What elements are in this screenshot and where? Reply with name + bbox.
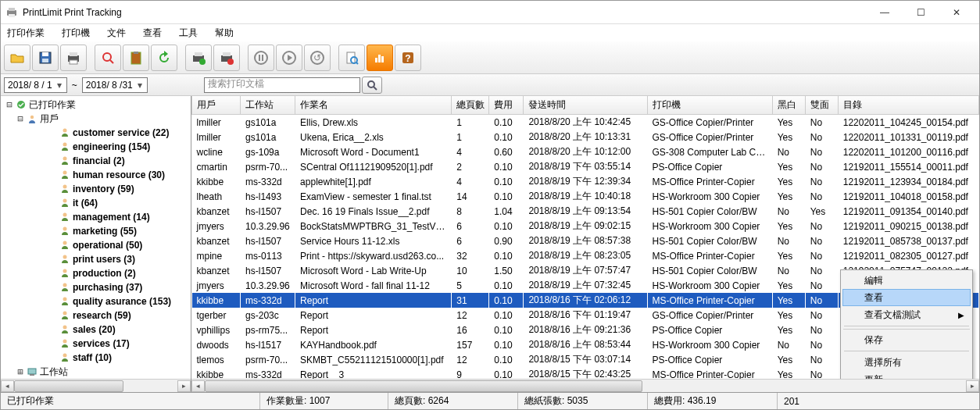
svg-line-34 [374,87,377,90]
search-button[interactable] [362,77,382,94]
tree-user-8[interactable]: operational (50) [4,238,191,252]
tree-users[interactable]: ⊟用戶 [4,112,191,126]
table-row[interactable]: kbanzeths-l1507Service Hours 11-12.xls60… [192,234,979,248]
table-row[interactable]: cmartinpsrm-70...SCentral Of11121909520[… [192,159,979,174]
table-row[interactable]: lmillergs101aUkena, Erica__2.xls10.10201… [192,130,979,144]
maximize-button[interactable]: ☐ [903,2,939,23]
refresh-button[interactable] [151,45,177,71]
table-row[interactable]: wclinegs-109aMicrosoft Word - Document14… [192,144,979,159]
context-menu-item-1[interactable]: 查看 [842,289,971,306]
date-from[interactable]: 2018/ 8 / 1▾ [4,77,67,93]
col-9[interactable]: 目錄 [838,96,978,115]
context-menu-item-0[interactable]: 編輯 [842,272,971,289]
tree-user-10[interactable]: production (2) [4,266,191,280]
scroll-thumb[interactable] [14,380,123,392]
date-range-separator: ~ [69,80,80,91]
table-row[interactable]: lmillergs101aEllis, Drew.xls10.102018/8/… [192,115,979,130]
table-row[interactable]: jmyers10.3.29.96BockStatsMWPTBRG_31_Test… [192,219,979,234]
open-button[interactable] [4,45,30,71]
preview-button[interactable] [338,45,365,71]
print-allow-button[interactable] [185,45,212,71]
stop-button[interactable]: ↺ [304,45,331,71]
tree-user-16[interactable]: staff (10) [4,351,191,365]
scroll-thumb[interactable] [205,380,642,392]
tree-user-2[interactable]: financial (2) [4,154,191,168]
tree-user-0[interactable]: customer service (22) [4,126,191,140]
col-0[interactable]: 用戶 [192,96,241,115]
table-row[interactable]: mpinems-0113Print - https://skyward.usd2… [192,248,979,263]
scroll-right-arrow[interactable]: ▸ [177,380,191,392]
tree-user-3[interactable]: human resource (30) [4,168,191,182]
svg-point-45 [63,241,67,244]
context-menu-item-4[interactable]: 選擇所有 [842,354,971,371]
svg-point-39 [63,156,67,160]
clipboard-button[interactable] [123,45,149,71]
context-menu[interactable]: 編輯查看查看文檔測試▶保存選擇所有更新重設表格列寬 [840,269,973,379]
svg-point-48 [63,283,67,287]
context-menu-item-5[interactable]: 更新 [842,371,971,379]
menu-printers[interactable]: 打印機 [59,25,93,41]
search-input[interactable] [204,77,360,93]
date-to[interactable]: 2018/ 8 /31▾ [82,77,148,93]
tree[interactable]: ⊟已打印作業⊟用戶customer service (22)engineerin… [1,96,191,379]
tree-user-4[interactable]: inventory (59) [4,182,191,196]
tree-user-12[interactable]: quality asurance (153) [4,294,191,308]
table-horizontal-scrollbar[interactable]: ◂ ▸ [191,379,979,392]
col-3[interactable]: 總頁數 [452,96,489,115]
sidebar-horizontal-scrollbar[interactable]: ◂ ▸ [1,379,191,392]
col-7[interactable]: 黑白 [772,96,805,115]
close-button[interactable]: ✕ [939,2,975,23]
tree-user-5[interactable]: it (64) [4,196,191,210]
col-2[interactable]: 作業名 [295,96,452,115]
tree-user-15[interactable]: services (17) [4,337,191,351]
col-6[interactable]: 打印機 [647,96,772,115]
save-button[interactable] [32,45,59,71]
context-menu-item-2[interactable]: 查看文檔測試▶ [842,306,971,323]
menu-view[interactable]: 查看 [140,25,165,41]
table-row[interactable]: kkibbems-332dapplewhite[1].pdf40.102018/… [192,174,979,189]
print-button[interactable] [60,45,87,71]
table-row[interactable]: kbanzeths-l1507Dec. 16 19 Finals Issue__… [192,204,979,219]
svg-point-33 [368,81,374,87]
menu-print-jobs[interactable]: 打印作業 [4,25,48,41]
tree-workstations[interactable]: ⊞工作站 [4,365,191,379]
tree-user-11[interactable]: purchasing (37) [4,280,191,294]
tree-user-6[interactable]: management (14) [4,210,191,224]
svg-point-9 [103,53,111,61]
inspect-button[interactable] [95,45,121,71]
scroll-left-arrow[interactable]: ◂ [1,380,14,392]
col-8[interactable]: 雙面 [805,96,838,115]
menu-help[interactable]: 幫助 [212,25,237,41]
svg-rect-28 [375,58,377,62]
col-1[interactable]: 工作站 [241,96,295,115]
svg-rect-17 [223,52,231,56]
tree-user-9[interactable]: print users (3) [4,252,191,266]
play-button[interactable] [276,45,302,71]
context-menu-item-3[interactable]: 保存 [842,331,971,348]
tree-root[interactable]: ⊟已打印作業 [4,98,191,112]
svg-rect-7 [70,52,77,56]
scroll-right-arrow[interactable]: ▸ [966,380,979,392]
minimize-button[interactable]: — [867,2,903,23]
menu-file[interactable]: 文件 [104,25,129,41]
menu-tools[interactable]: 工具 [176,25,201,41]
titlebar: PrintLimit Print Tracking — ☐ ✕ [1,1,979,24]
tree-user-13[interactable]: research (59) [4,308,191,323]
scroll-left-arrow[interactable]: ◂ [191,380,205,392]
chart-button[interactable] [367,45,393,71]
svg-point-18 [227,59,234,65]
print-deny-button[interactable] [213,45,240,71]
table-row[interactable]: lheathhs-l1493ExamView - semester 1 fina… [192,189,979,204]
tree-user-14[interactable]: sales (20) [4,323,191,337]
status-extra: 201 [778,393,979,409]
pause-button[interactable] [248,45,274,71]
tree-user-7[interactable]: marketing (55) [4,224,191,238]
col-5[interactable]: 發送時間 [524,96,647,115]
svg-point-49 [63,297,67,301]
help-button[interactable]: ? [395,45,421,71]
svg-point-15 [199,59,206,65]
svg-rect-5 [42,59,48,62]
tree-user-1[interactable]: engineering (154) [4,140,191,154]
col-4[interactable]: 費用 [489,96,524,115]
svg-rect-12 [134,52,138,54]
